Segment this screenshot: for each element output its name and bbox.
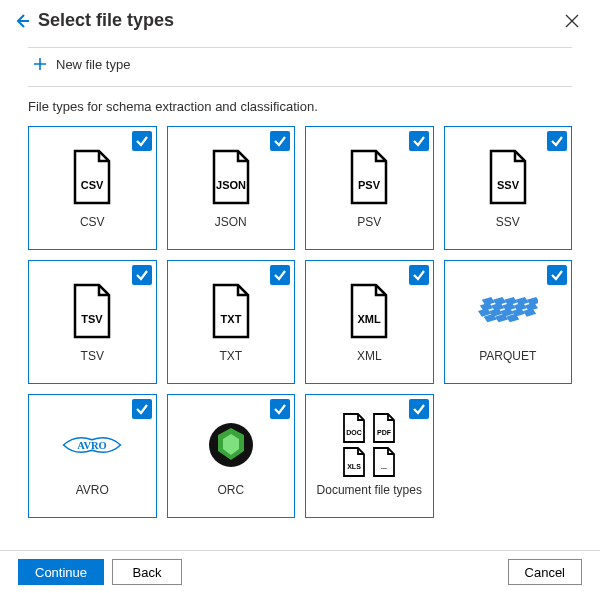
file-type-label: PARQUET [479, 349, 536, 363]
checkmark-icon [409, 131, 429, 151]
file-type-tile[interactable]: TSV TSV [28, 260, 157, 384]
file-type-tile[interactable]: PARQUET [444, 260, 573, 384]
file-type-icon: TSV [62, 281, 122, 341]
file-type-icon: CSV [62, 147, 122, 207]
svg-text:DOC: DOC [346, 429, 362, 436]
checkmark-icon [547, 131, 567, 151]
description-text: File types for schema extraction and cla… [28, 99, 572, 114]
svg-text:TSV: TSV [82, 313, 104, 325]
continue-button[interactable]: Continue [18, 559, 104, 585]
back-button[interactable]: Back [112, 559, 182, 585]
new-file-type-label: New file type [56, 57, 130, 72]
file-type-tile[interactable]: PSV PSV [305, 126, 434, 250]
checkmark-icon [270, 265, 290, 285]
svg-text:XLS: XLS [347, 463, 361, 470]
plus-icon [32, 56, 48, 72]
file-type-tile[interactable]: CSV CSV [28, 126, 157, 250]
file-type-tile[interactable]: AVRO AVRO [28, 394, 157, 518]
file-type-icon: XML [339, 281, 399, 341]
file-type-label: Document file types [317, 483, 422, 497]
file-type-icon: DOC PDF XLS ... [339, 415, 399, 475]
spacer [190, 559, 499, 585]
svg-text:PSV: PSV [358, 179, 381, 191]
svg-text:AVRO: AVRO [77, 440, 107, 451]
svg-text:TXT: TXT [220, 313, 241, 325]
file-type-tile[interactable]: XML XML [305, 260, 434, 384]
new-file-type-button[interactable]: New file type [28, 48, 572, 80]
svg-marker-22 [523, 308, 536, 316]
checkmark-icon [270, 399, 290, 419]
dialog-header: Select file types [0, 0, 600, 41]
file-type-label: JSON [215, 215, 247, 229]
checkmark-icon [132, 131, 152, 151]
file-type-label: SSV [496, 215, 520, 229]
svg-text:SSV: SSV [497, 179, 520, 191]
file-type-tile[interactable]: TXT TXT [167, 260, 296, 384]
checkmark-icon [270, 131, 290, 151]
back-arrow-icon[interactable] [12, 11, 32, 31]
file-type-icon: JSON [201, 147, 261, 207]
file-type-label: XML [357, 349, 382, 363]
checkmark-icon [547, 265, 567, 285]
file-type-icon: PSV [339, 147, 399, 207]
file-type-grid: CSV CSV JSON JSON PSV PSV SSV SSV TSV TS… [28, 126, 572, 518]
file-type-icon: TXT [201, 281, 261, 341]
file-type-icon: AVRO [62, 415, 122, 475]
dialog-content: New file type File types for schema extr… [0, 47, 600, 518]
divider [28, 86, 572, 87]
svg-text:CSV: CSV [81, 179, 104, 191]
file-type-tile[interactable]: ORC [167, 394, 296, 518]
file-type-label: TSV [81, 349, 104, 363]
dialog-footer: Continue Back Cancel [0, 550, 600, 593]
file-type-tile[interactable]: DOC PDF XLS ... Document file types [305, 394, 434, 518]
file-type-icon [201, 415, 261, 475]
file-type-icon [478, 281, 538, 341]
cancel-button[interactable]: Cancel [508, 559, 582, 585]
file-type-label: AVRO [76, 483, 109, 497]
file-type-label: TXT [219, 349, 242, 363]
file-type-icon: SSV [478, 147, 538, 207]
close-icon[interactable] [562, 11, 582, 31]
file-type-label: PSV [357, 215, 381, 229]
checkmark-icon [132, 399, 152, 419]
file-type-label: ORC [217, 483, 244, 497]
file-type-label: CSV [80, 215, 105, 229]
svg-text:JSON: JSON [216, 179, 246, 191]
svg-text:...: ... [381, 463, 387, 470]
svg-text:XML: XML [358, 313, 382, 325]
checkmark-icon [409, 399, 429, 419]
file-type-tile[interactable]: SSV SSV [444, 126, 573, 250]
checkmark-icon [409, 265, 429, 285]
svg-text:PDF: PDF [377, 429, 392, 436]
checkmark-icon [132, 265, 152, 285]
file-type-tile[interactable]: JSON JSON [167, 126, 296, 250]
dialog-title: Select file types [38, 10, 562, 31]
